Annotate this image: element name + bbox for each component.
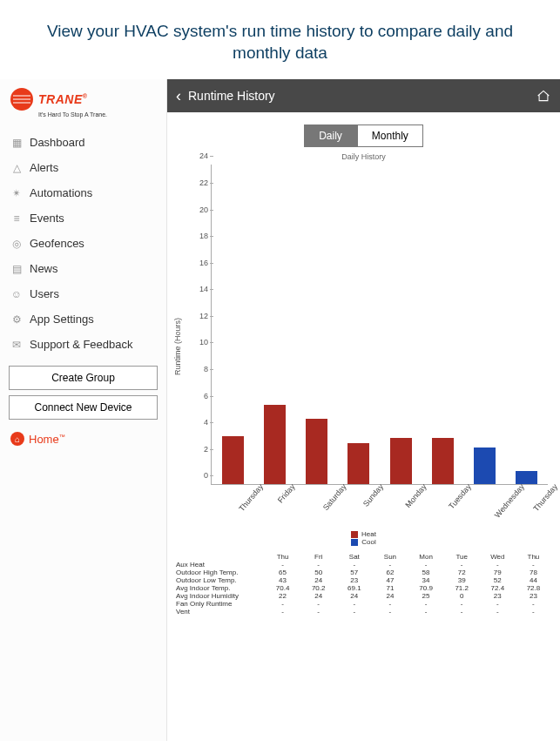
bar-heat bbox=[432, 438, 454, 485]
sidebar-item-app-settings[interactable]: ⚙App Settings bbox=[0, 306, 166, 332]
table-cell: - bbox=[516, 608, 551, 616]
y-tick: 0 bbox=[186, 471, 208, 480]
table-cell: - bbox=[300, 608, 336, 616]
nav-icon: ◎ bbox=[10, 238, 23, 250]
table-cell: 25 bbox=[408, 592, 444, 600]
sidebar-item-geofences[interactable]: ◎Geofences bbox=[0, 231, 166, 256]
brand-block: TRANE® It's Hard To Stop A Trane. bbox=[0, 79, 166, 124]
table-header: Mon bbox=[408, 553, 444, 561]
table-cell: 22 bbox=[265, 592, 300, 600]
row-label: Vent bbox=[176, 608, 265, 616]
app-frame: TRANE® It's Hard To Stop A Trane. ▦Dashb… bbox=[0, 79, 560, 741]
table-cell: 24 bbox=[372, 592, 408, 600]
nav-icon: ✴ bbox=[10, 187, 23, 199]
tab-daily[interactable]: Daily bbox=[304, 124, 357, 147]
y-tick: 24 bbox=[186, 151, 208, 160]
table-row: Avg Indoor Temp.70.470.269.17170.971.272… bbox=[176, 584, 551, 592]
table-cell: - bbox=[300, 561, 336, 569]
brand-tagline: It's Hard To Stop A Trane. bbox=[10, 111, 156, 118]
table-header: Fri bbox=[300, 553, 336, 561]
nav-icon: ▦ bbox=[10, 137, 23, 149]
table-header: Tue bbox=[444, 553, 480, 561]
table-cell: - bbox=[372, 561, 408, 569]
tab-monthly[interactable]: Monthly bbox=[357, 124, 423, 147]
chart-plot: 024681012141618202224ThursdayFridaySatur… bbox=[211, 165, 548, 485]
brand-name: TRANE® bbox=[38, 92, 87, 106]
legend-cool-swatch bbox=[351, 539, 358, 546]
y-tick: 12 bbox=[186, 312, 208, 320]
sidebar-item-label: Geofences bbox=[30, 237, 84, 250]
table-cell: - bbox=[300, 600, 336, 608]
home-link[interactable]: ⌂ Home™ bbox=[0, 420, 166, 458]
y-tick: 6 bbox=[186, 392, 208, 400]
sidebar-item-dashboard[interactable]: ▦Dashboard bbox=[0, 130, 166, 155]
table-cell: 78 bbox=[516, 569, 551, 576]
table-cell: - bbox=[516, 561, 551, 569]
bar-heat bbox=[264, 405, 286, 485]
table-cell: 65 bbox=[265, 569, 300, 576]
table-cell: - bbox=[516, 600, 551, 608]
table-cell: - bbox=[408, 561, 444, 569]
back-icon[interactable]: ‹ bbox=[176, 87, 181, 105]
table-cell: - bbox=[336, 608, 372, 616]
table-cell: - bbox=[372, 608, 408, 616]
table-cell: 52 bbox=[480, 576, 516, 584]
table-cell: 58 bbox=[408, 569, 444, 576]
sidebar-item-automations[interactable]: ✴Automations bbox=[0, 180, 166, 205]
table-cell: 47 bbox=[372, 576, 408, 584]
home-icon: ⌂ bbox=[10, 432, 24, 446]
x-tick-label: Tuesday bbox=[447, 482, 473, 511]
table-cell: 57 bbox=[336, 569, 372, 576]
table-cell: - bbox=[336, 600, 372, 608]
x-tick-label: Monday bbox=[404, 482, 428, 509]
promo-banner: View your HVAC system's run time history… bbox=[0, 0, 560, 79]
row-label: Outdoor Low Temp. bbox=[176, 576, 265, 584]
table-cell: - bbox=[408, 608, 444, 616]
table-cell: 70.4 bbox=[265, 584, 300, 592]
nav-icon: △ bbox=[10, 162, 23, 174]
nav-icon: ▤ bbox=[10, 263, 23, 275]
sidebar-item-alerts[interactable]: △Alerts bbox=[0, 155, 166, 180]
x-tick-label: Thursday bbox=[238, 482, 266, 513]
table-row: Fan Only Runtime-------- bbox=[176, 600, 551, 608]
chart-title: Daily History bbox=[167, 152, 560, 161]
sidebar-item-news[interactable]: ▤News bbox=[0, 256, 166, 281]
sidebar-item-label: News bbox=[30, 262, 58, 275]
table-row: Outdoor Low Temp.4324234734395244 bbox=[176, 576, 551, 584]
table-cell: 23 bbox=[480, 592, 516, 600]
legend-heat-label: Heat bbox=[361, 530, 376, 538]
table-row: Outdoor High Temp.6550576258727978 bbox=[176, 569, 551, 576]
x-tick-label: Sunday bbox=[361, 482, 385, 508]
table-cell: 24 bbox=[300, 592, 336, 600]
table-cell: - bbox=[372, 600, 408, 608]
chart-legend: Heat Cool bbox=[167, 530, 560, 546]
chart-area: Runtime (Hours) 024681012141618202224Thu… bbox=[176, 165, 551, 528]
sidebar-item-events[interactable]: ≡Events bbox=[0, 205, 166, 231]
x-tick-label: Thursday bbox=[532, 482, 560, 513]
table-cell: 44 bbox=[516, 576, 551, 584]
table-row: Aux Heat-------- bbox=[176, 561, 551, 569]
sidebar-item-users[interactable]: ☺Users bbox=[0, 281, 166, 306]
sidebar-item-label: Automations bbox=[30, 186, 92, 199]
table-cell: 70.2 bbox=[300, 584, 336, 592]
table-cell: - bbox=[265, 608, 300, 616]
create-group-button[interactable]: Create Group bbox=[9, 366, 158, 390]
connect-device-button[interactable]: Connect New Device bbox=[9, 395, 158, 420]
topbar: ‹ Runtime History bbox=[167, 79, 560, 112]
table-cell: 70.9 bbox=[408, 584, 444, 592]
sidebar-item-label: Alerts bbox=[30, 161, 58, 174]
sidebar-item-support-feedback[interactable]: ✉Support & Feedback bbox=[0, 332, 166, 357]
y-tick: 14 bbox=[186, 285, 208, 293]
sidebar: TRANE® It's Hard To Stop A Trane. ▦Dashb… bbox=[0, 79, 167, 741]
bar-heat bbox=[306, 419, 327, 484]
table-header: Wed bbox=[480, 553, 516, 561]
table-cell: - bbox=[444, 608, 480, 616]
table-cell: - bbox=[444, 561, 480, 569]
home-outline-icon[interactable] bbox=[536, 90, 551, 102]
x-tick-label: Saturday bbox=[321, 482, 348, 512]
table-cell: 71.2 bbox=[444, 584, 480, 592]
bar-cool bbox=[516, 471, 537, 484]
table-header: Sat bbox=[336, 553, 372, 561]
legend-heat-swatch bbox=[351, 531, 358, 538]
table-cell: 72 bbox=[444, 569, 480, 576]
